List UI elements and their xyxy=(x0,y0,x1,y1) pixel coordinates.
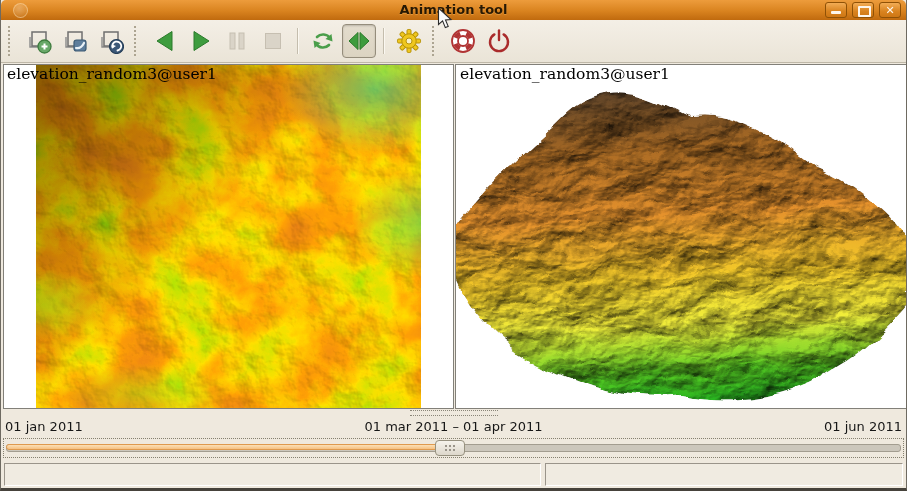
maximize-icon xyxy=(858,6,871,17)
add-animation-layers-icon xyxy=(62,28,88,54)
map-name-label-2d: elevation_random3@user1 xyxy=(7,65,217,83)
toolbar-grip xyxy=(432,26,438,56)
add-3d-animation-button[interactable] xyxy=(94,24,128,58)
quit-power-icon xyxy=(486,28,512,54)
play-forward-button[interactable] xyxy=(184,24,218,58)
minimize-button[interactable] xyxy=(825,2,847,18)
play-back-and-forth-icon xyxy=(346,28,372,54)
map-name-label-3d: elevation_random3@user1 xyxy=(460,65,670,83)
play-forward-icon xyxy=(188,28,214,54)
settings-gear-icon xyxy=(396,28,422,54)
pause-icon xyxy=(224,28,250,54)
toolbar-grip xyxy=(8,26,14,56)
titlebar[interactable]: Animation tool ✕ xyxy=(1,0,906,21)
add-animation-layers-button[interactable] xyxy=(58,24,92,58)
add-animation-button[interactable] xyxy=(22,24,56,58)
elevation-surface-3d xyxy=(456,65,906,408)
play-back-and-forth-button[interactable] xyxy=(342,24,376,58)
animation-tool-window: Animation tool ✕ xyxy=(0,0,907,491)
play-backward-button[interactable] xyxy=(148,24,182,58)
add-3d-animation-icon xyxy=(98,28,124,54)
toolbar-grip xyxy=(134,26,140,56)
slider-track[interactable] xyxy=(6,444,901,452)
timeline: 01 jan 2011 01 mar 2011 – 01 apr 2011 01… xyxy=(5,419,902,435)
window-controls: ✕ xyxy=(825,2,901,18)
quit-button[interactable] xyxy=(482,24,516,58)
maximize-button[interactable] xyxy=(852,2,874,18)
animation-panels: elevation_random3@user1 xyxy=(1,63,906,410)
toolbar-separator xyxy=(297,28,299,54)
add-animation-icon xyxy=(26,28,52,54)
toolbar xyxy=(1,20,906,63)
time-slider[interactable] xyxy=(3,438,904,458)
minimize-icon xyxy=(831,11,841,14)
status-field-right xyxy=(545,463,903,486)
repeat-loop-button[interactable] xyxy=(306,24,340,58)
timeline-start-label: 01 jan 2011 xyxy=(5,419,83,434)
panel-splitter-grip[interactable] xyxy=(410,410,498,416)
close-icon: ✕ xyxy=(880,3,900,17)
status-field-left xyxy=(4,463,541,486)
pause-button[interactable] xyxy=(220,24,254,58)
panel-3d: elevation_random3@user1 xyxy=(455,64,907,409)
timeline-end-label: 01 jun 2011 xyxy=(824,419,902,434)
stop-button[interactable] xyxy=(256,24,290,58)
play-backward-icon xyxy=(152,28,178,54)
timeline-current-label: 01 mar 2011 – 01 apr 2011 xyxy=(364,419,542,434)
slider-fill xyxy=(6,444,449,450)
toolbar-separator xyxy=(383,28,385,54)
settings-button[interactable] xyxy=(392,24,426,58)
repeat-loop-icon xyxy=(310,28,336,54)
elevation-map-2d xyxy=(36,65,421,408)
close-button[interactable]: ✕ xyxy=(879,2,901,18)
slider-handle[interactable] xyxy=(435,440,465,456)
help-button[interactable] xyxy=(446,24,480,58)
stop-icon xyxy=(260,28,286,54)
help-lifering-icon xyxy=(449,27,477,55)
statusbar xyxy=(1,460,906,488)
panel-2d: elevation_random3@user1 xyxy=(3,64,454,409)
window-title: Animation tool xyxy=(1,0,906,20)
